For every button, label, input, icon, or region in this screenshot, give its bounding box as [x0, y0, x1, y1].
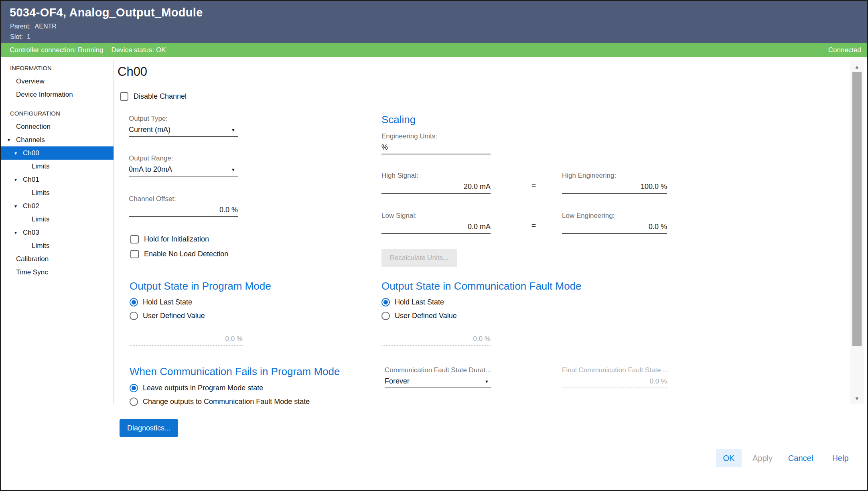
- sidebar-item-ch01[interactable]: ▾Ch01: [1, 173, 114, 186]
- enable-no-load-detection-checkbox[interactable]: Enable No Load Detection: [130, 250, 228, 258]
- sidebar-item-limits[interactable]: Limits: [1, 213, 114, 226]
- sidebar-item-calibration[interactable]: Calibration: [1, 252, 114, 266]
- output-range-value: 0mA to 20mA: [129, 165, 172, 174]
- output-type-dropdown[interactable]: Current (mA) ▼: [129, 124, 238, 137]
- cancel-button[interactable]: Cancel: [783, 449, 818, 467]
- dropdown-arrow-icon: ▼: [231, 166, 235, 174]
- status-bar: Controller connection: Running Device st…: [1, 43, 867, 57]
- program-user-defined-value-radio[interactable]: User Defined Value: [130, 312, 205, 320]
- footer-divider: [614, 443, 865, 443]
- channel-offset-label: Channel Offset:: [129, 195, 238, 205]
- radio-label: User Defined Value: [395, 312, 457, 320]
- sidebar-item-time-sync[interactable]: Time Sync: [1, 266, 114, 279]
- high-engineering-value: 100.0 %: [641, 183, 667, 191]
- sidebar-item-limits[interactable]: Limits: [1, 239, 114, 252]
- when-comm-fails-title: When Communication Fails in Program Mode: [130, 365, 340, 378]
- sidebar-item-label: Limits: [32, 242, 49, 250]
- scrollbar-down-icon[interactable]: ▼: [850, 396, 864, 402]
- low-engineering-value: 0.0 %: [649, 223, 667, 231]
- sidebar-section-information: INFORMATION: [1, 61, 114, 75]
- output-range-label: Output Range:: [129, 154, 238, 164]
- help-button[interactable]: Help: [825, 449, 856, 467]
- sidebar-item-ch00[interactable]: ▾Ch00: [1, 146, 114, 160]
- low-engineering-field: Low Engineering: 0.0 %: [562, 212, 667, 234]
- expand-arrow-icon[interactable]: ▾: [14, 147, 23, 160]
- expand-arrow-icon[interactable]: ▾: [14, 173, 23, 187]
- output-range-field: Output Range: 0mA to 20mA ▼: [129, 154, 238, 177]
- sidebar-item-ch02[interactable]: ▾Ch02: [1, 199, 114, 213]
- fault-user-defined-value-radio[interactable]: User Defined Value: [381, 312, 457, 320]
- sidebar-item-label: Ch03: [23, 229, 39, 236]
- checkbox-icon: [120, 92, 128, 101]
- high-signal-value: 20.0 mA: [464, 183, 491, 191]
- slot-row: Slot:1: [10, 33, 30, 41]
- sidebar-item-channels[interactable]: ▾Channels: [1, 133, 114, 146]
- comm-fault-duration-dropdown[interactable]: Forever ▼: [385, 376, 491, 388]
- window-header: 5034-OF4, Analog_Output_Module Parent:AE…: [1, 1, 867, 43]
- leave-outputs-radio[interactable]: Leave outputs in Program Mode state: [130, 384, 263, 392]
- diagnostics-button[interactable]: Diagnostics...: [120, 419, 178, 437]
- window-title: 5034-OF4, Analog_Output_Module: [10, 6, 203, 19]
- fault-hold-last-state-radio[interactable]: Hold Last State: [381, 298, 444, 306]
- sidebar-nav: INFORMATIONOverviewDevice InformationCON…: [1, 61, 114, 486]
- equals-sign: =: [531, 181, 536, 190]
- expand-arrow-icon[interactable]: ▾: [14, 200, 23, 213]
- high-engineering-field: High Engineering: 100.0 %: [562, 172, 667, 194]
- high-signal-input[interactable]: 20.0 mA: [381, 181, 491, 194]
- low-engineering-label: Low Engineering:: [562, 212, 667, 221]
- expand-arrow-icon[interactable]: ▾: [8, 134, 16, 147]
- parent-row: Parent:AENTR: [10, 23, 57, 30]
- slot-label: Slot:: [10, 33, 23, 40]
- sidebar-item-label: Time Sync: [16, 268, 48, 276]
- sidebar-item-connection[interactable]: Connection: [1, 120, 114, 133]
- ok-button[interactable]: OK: [716, 449, 742, 467]
- output-state-comm-fault-title: Output State in Communication Fault Mode: [381, 280, 582, 292]
- low-signal-input[interactable]: 0.0 mA: [381, 221, 491, 234]
- channel-offset-input[interactable]: 0.0 %: [129, 205, 238, 217]
- disable-channel-checkbox[interactable]: Disable Channel: [120, 92, 187, 101]
- disable-channel-label: Disable Channel: [134, 92, 187, 101]
- sidebar-item-limits[interactable]: Limits: [1, 160, 114, 173]
- hold-for-initialization-checkbox[interactable]: Hold for Initialization: [130, 235, 209, 243]
- low-engineering-input[interactable]: 0.0 %: [562, 221, 667, 234]
- expand-arrow-icon[interactable]: ▾: [14, 226, 23, 239]
- sidebar-item-device-information[interactable]: Device Information: [1, 88, 114, 101]
- comm-fault-duration-field: Communication Fault State Durat... Forev…: [385, 366, 491, 388]
- scrollbar-thumb[interactable]: [852, 72, 862, 346]
- enable-no-load-detection-label: Enable No Load Detection: [144, 250, 228, 258]
- radio-icon: [130, 312, 138, 320]
- sidebar-item-label: INFORMATION: [10, 65, 52, 71]
- sidebar-item-overview[interactable]: Overview: [1, 75, 114, 88]
- scrollbar-up-icon[interactable]: ▲: [850, 64, 864, 70]
- output-range-dropdown[interactable]: 0mA to 20mA ▼: [129, 164, 238, 177]
- channel-offset-field: Channel Offset: 0.0 %: [129, 195, 238, 217]
- radio-icon: [381, 312, 390, 320]
- high-signal-label: High Signal:: [381, 172, 491, 181]
- change-outputs-radio[interactable]: Change outputs to Communication Fault Mo…: [130, 398, 310, 406]
- controller-connection-status: Controller connection: Running: [10, 46, 103, 54]
- sidebar-item-limits[interactable]: Limits: [1, 186, 114, 199]
- comm-fault-duration-value: Forever: [385, 377, 410, 385]
- checkbox-icon: [130, 250, 139, 258]
- low-signal-value: 0.0 mA: [468, 223, 491, 231]
- output-type-value: Current (mA): [129, 126, 170, 134]
- program-hold-last-state-radio[interactable]: Hold Last State: [130, 298, 192, 306]
- sidebar-item-label: Calibration: [16, 255, 49, 263]
- radio-label: Hold Last State: [143, 298, 192, 306]
- output-type-field: Output Type: Current (mA) ▼: [129, 115, 238, 137]
- high-engineering-input[interactable]: 100.0 %: [562, 181, 667, 194]
- apply-button[interactable]: Apply: [746, 449, 779, 467]
- sidebar-item-label: Limits: [32, 162, 49, 170]
- recalculate-units-button[interactable]: Recalculate Units...: [381, 249, 457, 267]
- sidebar-item-ch03[interactable]: ▾Ch03: [1, 226, 114, 239]
- sidebar-item-label: Connection: [16, 123, 51, 130]
- engineering-units-value: %: [381, 143, 388, 152]
- fault-user-defined-value-input: 0.0 %: [381, 333, 491, 346]
- sidebar-item-label: Ch01: [23, 176, 39, 183]
- module-properties-window: 5034-OF4, Analog_Output_Module Parent:AE…: [0, 0, 868, 491]
- parent-label: Parent:: [10, 23, 31, 30]
- sidebar-item-label: Channels: [16, 136, 45, 144]
- engineering-units-input[interactable]: %: [381, 142, 491, 154]
- radio-label: Change outputs to Communication Fault Mo…: [143, 398, 310, 406]
- vertical-scrollbar[interactable]: ▲ ▼: [850, 61, 864, 404]
